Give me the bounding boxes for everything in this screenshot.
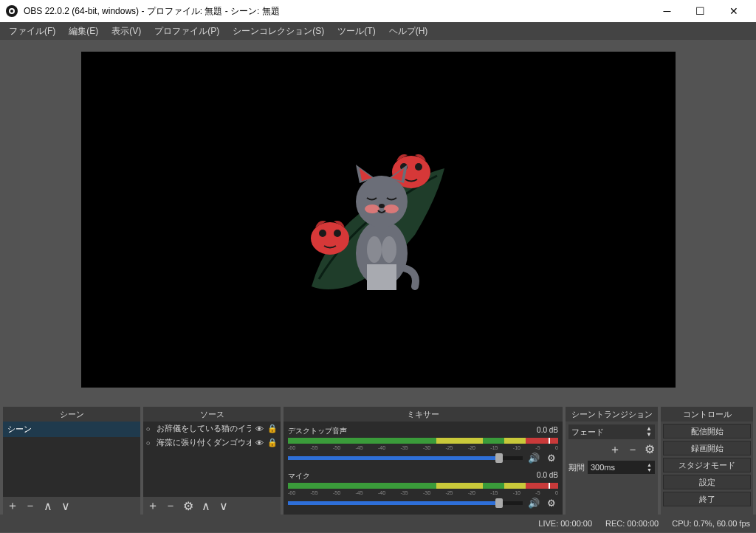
svg-rect-7 bbox=[367, 264, 396, 290]
svg-point-2 bbox=[334, 230, 341, 237]
lock-toggle-icon[interactable]: 🔒 bbox=[267, 424, 278, 433]
maximize-button[interactable]: ☐ bbox=[684, 0, 717, 22]
close-button[interactable]: ✕ bbox=[717, 0, 750, 22]
source-add-button[interactable]: ＋ bbox=[146, 498, 159, 514]
minimize-button[interactable]: ─ bbox=[650, 0, 684, 22]
svg-point-13 bbox=[382, 236, 396, 263]
scene-item[interactable]: シーン bbox=[3, 422, 140, 437]
menubar: ファイル(F) 編集(E) 表示(V) プロファイル(P) シーンコレクション(… bbox=[0, 22, 756, 40]
speaker-icon[interactable]: 🔊 bbox=[527, 453, 540, 464]
window-title: OBS 22.0.2 (64-bit, windows) - プロファイル: 無… bbox=[24, 5, 650, 18]
menu-profile[interactable]: プロファイル(P) bbox=[148, 24, 225, 39]
mixer-panel-title: ミキサー bbox=[284, 407, 563, 422]
status-rec: REC: 00:00:00 bbox=[605, 519, 659, 528]
preview-canvas[interactable] bbox=[81, 52, 676, 388]
transitions-panel-title: シーントランジション bbox=[566, 407, 658, 422]
source-move-up-button[interactable]: ∧ bbox=[199, 499, 213, 513]
svg-point-11 bbox=[379, 204, 385, 208]
scene-remove-button[interactable]: － bbox=[24, 498, 37, 514]
source-bullet-icon: ○ bbox=[146, 425, 154, 433]
visibility-toggle-icon[interactable]: 👁 bbox=[254, 439, 264, 447]
menu-help[interactable]: ヘルプ(H) bbox=[383, 24, 434, 39]
scenes-list[interactable]: シーン bbox=[3, 422, 140, 497]
source-label: 海藻に張り付くダンゴウオのイラス bbox=[157, 437, 251, 448]
transition-add-button[interactable]: ＋ bbox=[609, 442, 621, 458]
chevron-updown-icon: ▲▼ bbox=[646, 426, 652, 438]
audio-meter bbox=[288, 483, 558, 489]
source-item[interactable]: ○ お辞儀をしている猫のイラスト 👁 🔒 bbox=[143, 422, 281, 436]
cat-illustration bbox=[341, 165, 422, 290]
preview-content bbox=[282, 124, 474, 316]
start-streaming-button[interactable]: 配信開始 bbox=[663, 424, 751, 439]
window-titlebar: OBS 22.0.2 (64-bit, windows) - プロファイル: 無… bbox=[0, 0, 756, 22]
duration-input[interactable]: 300ms ▲▼ bbox=[588, 461, 655, 474]
preview-area bbox=[0, 40, 756, 399]
bottom-panels: シーン シーン ＋ － ∧ ∨ ソース ○ お辞儀をしている猫のイラスト 👁 🔒… bbox=[0, 407, 756, 515]
scenes-panel-title: シーン bbox=[3, 407, 140, 422]
controls-body: 配信開始 録画開始 スタジオモード 設定 終了 bbox=[661, 422, 753, 509]
source-move-down-button[interactable]: ∨ bbox=[217, 499, 230, 513]
menu-tools[interactable]: ツール(T) bbox=[331, 24, 381, 39]
transition-settings-button[interactable]: ⚙ bbox=[645, 442, 655, 458]
transition-select[interactable]: フェード ▲▼ bbox=[568, 424, 655, 439]
menu-edit[interactable]: 編集(E) bbox=[63, 24, 104, 39]
sources-panel-title: ソース bbox=[143, 407, 281, 422]
svg-point-1 bbox=[319, 230, 326, 237]
lock-toggle-icon[interactable]: 🔒 bbox=[267, 438, 278, 447]
visibility-toggle-icon[interactable]: 👁 bbox=[254, 424, 264, 433]
obs-app-icon bbox=[6, 5, 18, 17]
menu-file[interactable]: ファイル(F) bbox=[3, 24, 61, 39]
transitions-panel: シーントランジション フェード ▲▼ ＋ － ⚙ 期間 300ms ▲▼ bbox=[566, 407, 658, 515]
scene-add-button[interactable]: ＋ bbox=[6, 498, 19, 514]
source-item[interactable]: ○ 海藻に張り付くダンゴウオのイラス 👁 🔒 bbox=[143, 436, 281, 450]
meter-ticks: -60-55-50-45-40-35-30-25-20-15-10-50 bbox=[288, 490, 558, 496]
audio-meter bbox=[288, 438, 558, 444]
source-remove-button[interactable]: － bbox=[164, 498, 177, 514]
svg-point-10 bbox=[384, 204, 399, 213]
statusbar: LIVE: 00:00:00 REC: 00:00:00 CPU: 0.7%, … bbox=[0, 515, 756, 532]
scene-move-down-button[interactable]: ∨ bbox=[59, 499, 72, 513]
source-label: お辞儀をしている猫のイラスト bbox=[157, 423, 251, 434]
duration-value: 300ms bbox=[591, 463, 615, 472]
start-recording-button[interactable]: 録画開始 bbox=[663, 441, 751, 455]
scene-move-up-button[interactable]: ∧ bbox=[41, 499, 55, 513]
sources-list[interactable]: ○ お辞儀をしている猫のイラスト 👁 🔒 ○ 海藻に張り付くダンゴウオのイラス … bbox=[143, 422, 281, 497]
volume-slider[interactable] bbox=[288, 456, 523, 460]
scenes-panel: シーン シーン ＋ － ∧ ∨ bbox=[3, 407, 140, 515]
mixer-channel-name: デスクトップ音声 bbox=[288, 426, 347, 436]
mixer-body: デスクトップ音声 0.0 dB -60-55-50-45-40-35-30-25… bbox=[284, 422, 563, 515]
duration-spinner[interactable]: ▲▼ bbox=[647, 462, 652, 472]
mixer-channel-db: 0.0 dB bbox=[537, 471, 558, 481]
gear-icon[interactable]: ⚙ bbox=[545, 453, 558, 464]
transitions-body: フェード ▲▼ ＋ － ⚙ 期間 300ms ▲▼ bbox=[566, 422, 658, 477]
menu-scene-collection[interactable]: シーンコレクション(S) bbox=[227, 24, 330, 39]
mixer-channel-db: 0.0 dB bbox=[537, 426, 558, 436]
mixer-channel: デスクトップ音声 0.0 dB -60-55-50-45-40-35-30-25… bbox=[284, 424, 563, 465]
settings-button[interactable]: 設定 bbox=[663, 475, 751, 489]
meter-ticks: -60-55-50-45-40-35-30-25-20-15-10-50 bbox=[288, 445, 558, 451]
transition-selected: フェード bbox=[571, 427, 604, 438]
speaker-icon[interactable]: 🔊 bbox=[527, 498, 540, 509]
exit-button[interactable]: 終了 bbox=[663, 492, 751, 506]
mixer-channel-name: マイク bbox=[288, 471, 310, 481]
svg-point-9 bbox=[365, 204, 379, 213]
controls-panel: コントロール 配信開始 録画開始 スタジオモード 設定 終了 bbox=[661, 407, 753, 515]
status-cpu: CPU: 0.7%, 60.00 fps bbox=[672, 519, 750, 528]
gear-icon[interactable]: ⚙ bbox=[545, 498, 558, 509]
volume-slider[interactable] bbox=[288, 501, 523, 505]
source-bullet-icon: ○ bbox=[146, 439, 154, 447]
mixer-channel: マイク 0.0 dB -60-55-50-45-40-35-30-25-20-1… bbox=[284, 470, 563, 510]
transition-remove-button[interactable]: － bbox=[627, 442, 639, 458]
svg-point-12 bbox=[367, 236, 382, 263]
status-live: LIVE: 00:00:00 bbox=[538, 519, 592, 528]
controls-panel-title: コントロール bbox=[661, 407, 753, 422]
svg-point-8 bbox=[356, 176, 408, 227]
menu-view[interactable]: 表示(V) bbox=[106, 24, 147, 39]
studio-mode-button[interactable]: スタジオモード bbox=[663, 458, 751, 472]
source-settings-button[interactable]: ⚙ bbox=[182, 499, 195, 513]
mixer-panel: ミキサー デスクトップ音声 0.0 dB -60-55-50-45-40-35-… bbox=[284, 407, 563, 515]
sources-panel: ソース ○ お辞儀をしている猫のイラスト 👁 🔒 ○ 海藻に張り付くダンゴウオの… bbox=[143, 407, 281, 515]
duration-label: 期間 bbox=[568, 462, 585, 473]
